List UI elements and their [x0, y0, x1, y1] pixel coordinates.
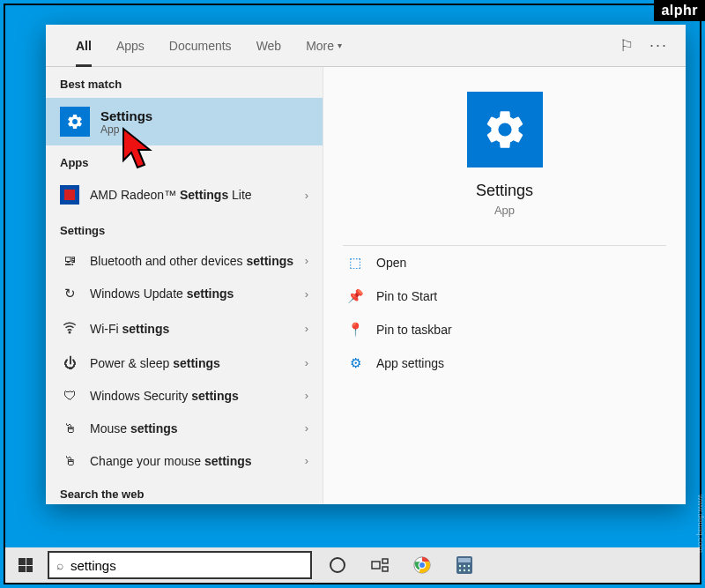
- action-label: Pin to Start: [376, 289, 437, 303]
- tab-all[interactable]: All: [63, 25, 104, 67]
- taskbar-app-calculator[interactable]: [446, 547, 483, 583]
- chevron-right-icon: ›: [305, 356, 308, 369]
- list-item-label: Power & sleep settings: [90, 356, 294, 370]
- list-item-label: Mouse settings: [90, 421, 294, 435]
- open-action[interactable]: ⬚ Open: [343, 246, 666, 279]
- power-icon: ⏻: [60, 355, 79, 370]
- start-button[interactable]: [5, 547, 46, 583]
- action-label: Pin to taskbar: [376, 323, 452, 337]
- shield-icon: 🛡: [60, 388, 79, 403]
- chevron-right-icon: ›: [305, 254, 308, 267]
- best-match-label: Best match: [46, 67, 323, 98]
- svg-rect-1: [372, 562, 380, 569]
- tab-more-label: More: [306, 39, 334, 53]
- amd-icon: [60, 185, 79, 205]
- task-view-icon: [371, 558, 389, 572]
- pin-start-action[interactable]: 📌 Pin to Start: [343, 279, 666, 313]
- chevron-right-icon: ›: [305, 287, 308, 301]
- preview-actions: ⬚ Open 📌 Pin to Start 📍 Pin to taskbar ⚙…: [343, 245, 666, 380]
- svg-point-9: [459, 565, 461, 567]
- mouse-icon: 🖱: [60, 453, 79, 468]
- result-change-mouse-settings[interactable]: 🖱 Change your mouse settings ›: [46, 444, 323, 477]
- chevron-right-icon: ›: [305, 189, 308, 202]
- app-settings-action[interactable]: ⚙ App settings: [343, 346, 666, 380]
- list-item-label: Change your mouse settings: [90, 454, 294, 468]
- mouse-icon: 🖱: [60, 421, 79, 435]
- svg-point-14: [468, 569, 470, 571]
- start-search-panel: All Apps Documents Web More ▾ ⚐ ··· Best…: [46, 25, 686, 504]
- cortana-icon: [330, 557, 345, 573]
- pin-icon: 📍: [346, 322, 364, 338]
- results-left-column: Best match Settings App Apps AMD Radeon™…: [46, 67, 323, 504]
- feedback-icon[interactable]: ⚐: [620, 36, 634, 56]
- gear-icon: ⚙: [346, 355, 364, 371]
- tab-web[interactable]: Web: [244, 25, 294, 67]
- tab-more[interactable]: More ▾: [293, 25, 354, 67]
- apps-section-label: Apps: [46, 145, 323, 176]
- svg-rect-3: [382, 567, 388, 571]
- taskbar: ⌕: [5, 547, 700, 583]
- list-item-label: AMD Radeon™ Settings Lite: [90, 188, 294, 202]
- result-wifi-settings[interactable]: Wi-Fi settings ›: [46, 310, 323, 346]
- gear-icon: [60, 107, 90, 137]
- update-icon: ↻: [60, 286, 79, 301]
- settings-section-label: Settings: [46, 213, 323, 244]
- search-tabs: All Apps Documents Web More ▾ ⚐ ···: [46, 25, 686, 67]
- watermark-url: www.deuaq.com: [696, 495, 705, 553]
- preview-sub: App: [494, 204, 515, 217]
- chevron-right-icon: ›: [305, 421, 308, 435]
- svg-point-6: [419, 562, 425, 568]
- list-item-label: Windows Security settings: [90, 389, 294, 403]
- tab-documents[interactable]: Documents: [157, 25, 244, 67]
- result-mouse-settings[interactable]: 🖱 Mouse settings ›: [46, 412, 323, 444]
- open-icon: ⬚: [346, 255, 364, 271]
- list-item-label: Windows Update settings: [90, 287, 294, 301]
- devices-icon: 🖳: [60, 253, 79, 268]
- gear-icon: [467, 92, 543, 167]
- result-bluetooth-settings[interactable]: 🖳 Bluetooth and other devices settings ›: [46, 244, 323, 277]
- task-view-button[interactable]: [361, 547, 398, 583]
- best-match-sub: App: [100, 123, 152, 136]
- result-power-sleep-settings[interactable]: ⏻ Power & sleep settings ›: [46, 346, 323, 379]
- result-windows-security-settings[interactable]: 🛡 Windows Security settings ›: [46, 379, 323, 412]
- best-match-title: Settings: [100, 108, 152, 123]
- svg-rect-2: [382, 559, 388, 563]
- wifi-icon: [60, 319, 79, 338]
- svg-point-0: [69, 331, 70, 333]
- chevron-right-icon: ›: [305, 322, 308, 335]
- preview-title: Settings: [476, 182, 533, 200]
- svg-rect-8: [458, 558, 471, 562]
- pin-icon: 📌: [346, 288, 364, 304]
- action-label: App settings: [376, 356, 444, 370]
- action-label: Open: [376, 256, 406, 270]
- cortana-button[interactable]: [319, 547, 356, 583]
- search-icon: ⌕: [56, 558, 63, 572]
- list-item-label: Bluetooth and other devices settings: [90, 254, 294, 268]
- svg-point-11: [468, 565, 470, 567]
- result-amd-settings[interactable]: AMD Radeon™ Settings Lite ›: [46, 176, 323, 213]
- chevron-right-icon: ›: [305, 454, 308, 467]
- result-windows-update-settings[interactable]: ↻ Windows Update settings ›: [46, 277, 323, 310]
- svg-point-10: [464, 565, 465, 567]
- watermark-logo: alphr: [654, 0, 705, 21]
- calculator-icon: [456, 555, 473, 575]
- svg-point-13: [464, 569, 465, 571]
- search-input[interactable]: [70, 558, 303, 573]
- chrome-icon: [412, 555, 432, 575]
- best-match-settings[interactable]: Settings App: [46, 98, 323, 145]
- taskbar-search-box[interactable]: ⌕: [48, 551, 312, 579]
- svg-point-12: [459, 569, 461, 571]
- pin-taskbar-action[interactable]: 📍 Pin to taskbar: [343, 313, 666, 346]
- preview-pane: Settings App ⬚ Open 📌 Pin to Start 📍 Pin…: [323, 67, 686, 504]
- windows-logo-icon: [19, 558, 33, 572]
- web-section-label: Search the web: [46, 477, 323, 504]
- more-options-icon[interactable]: ···: [649, 36, 668, 55]
- list-item-label: Wi-Fi settings: [90, 322, 294, 336]
- chevron-down-icon: ▾: [338, 41, 342, 50]
- tab-apps[interactable]: Apps: [104, 25, 157, 67]
- taskbar-app-chrome[interactable]: [404, 547, 441, 583]
- chevron-right-icon: ›: [305, 389, 308, 402]
